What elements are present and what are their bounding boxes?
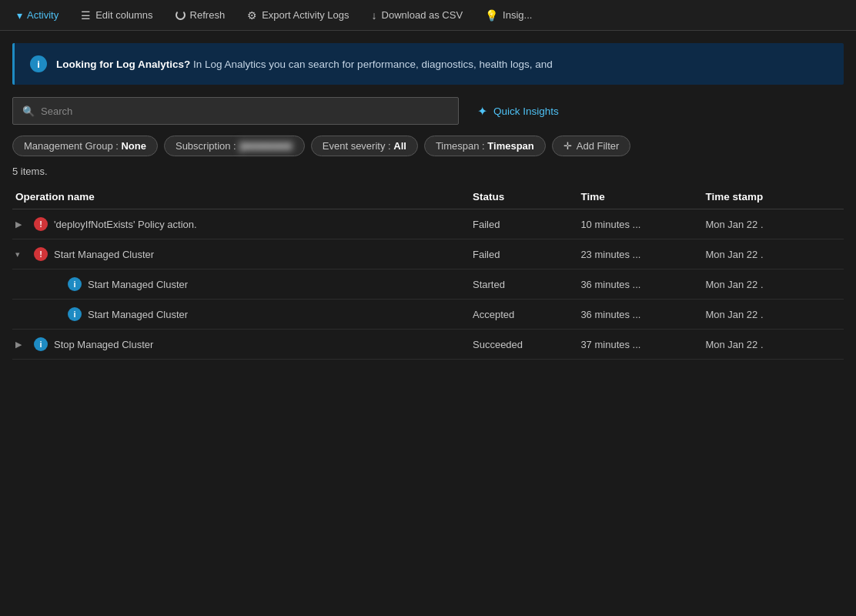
status-cell: Failed [470, 239, 577, 270]
items-count: 5 items. [12, 166, 844, 177]
timestamp-cell: Mon Jan 22 . [702, 300, 844, 330]
log-analytics-banner[interactable]: i Looking for Log Analytics? In Log Anal… [12, 43, 844, 85]
filter-row: Management Group : None Subscription : j… [12, 136, 844, 156]
status-cell: Accepted [470, 300, 577, 330]
filter-event-severity[interactable]: Event severity : All [311, 136, 418, 156]
main-content: 🔍 ✦ Quick Insights Management Group : No… [0, 85, 856, 372]
columns-icon: ☰ [81, 9, 91, 22]
time-cell: 10 minutes ... [577, 209, 702, 239]
row-status-icon: i [34, 337, 48, 351]
col-header-operation: Operation name [12, 185, 470, 209]
operation-cell: ▾ ! Start Managed Cluster [15, 247, 460, 261]
toolbar-item-export[interactable]: ⚙ Export Activity Logs [236, 0, 360, 30]
add-filter-button[interactable]: ✛ Add Filter [552, 136, 631, 156]
operation-cell: ▶ i Start Managed Cluster [15, 307, 460, 321]
table-row[interactable]: ▶ i Start Managed Cluster Accepted 36 mi… [12, 300, 844, 330]
info-icon: i [30, 55, 47, 72]
chevron-down-icon: ▾ [17, 9, 22, 22]
timestamp-cell: Mon Jan 22 . [702, 209, 844, 239]
expand-icon[interactable]: ▶ [15, 340, 28, 350]
toolbar-item-download[interactable]: ↓ Download as CSV [361, 0, 475, 30]
toolbar: ▾ Activity ☰ Edit columns Refresh ⚙ Expo… [0, 0, 856, 31]
expand-icon[interactable]: ▶ [15, 219, 28, 229]
refresh-icon [176, 10, 186, 20]
search-row: 🔍 ✦ Quick Insights [12, 97, 844, 125]
table-row[interactable]: ▶ ! 'deployIfNotExists' Policy action. F… [12, 209, 844, 239]
toolbar-item-refresh[interactable]: Refresh [165, 0, 237, 30]
search-icon: 🔍 [22, 105, 35, 117]
filter-management-group[interactable]: Management Group : None [12, 136, 158, 156]
table-row[interactable]: ▶ i Stop Managed Cluster Succeeded 37 mi… [12, 330, 844, 360]
time-cell: 36 minutes ... [577, 270, 702, 300]
quick-insights-button[interactable]: ✦ Quick Insights [471, 101, 565, 122]
table-header-row: Operation name Status Time Time stamp [12, 185, 844, 209]
status-cell: Failed [470, 209, 577, 239]
row-status-icon: i [68, 277, 82, 291]
toolbar-item-activity[interactable]: ▾ Activity [6, 0, 70, 30]
quick-insights-icon: ✦ [477, 104, 487, 119]
time-cell: 36 minutes ... [577, 300, 702, 330]
operation-name-text: Start Managed Cluster [88, 279, 188, 290]
col-header-time: Time [577, 185, 702, 209]
timestamp-cell: Mon Jan 22 . [702, 330, 844, 360]
activity-table: Operation name Status Time Time stamp ▶ … [12, 185, 844, 360]
col-header-timestamp: Time stamp [702, 185, 844, 209]
status-cell: Started [470, 270, 577, 300]
toolbar-item-edit-columns[interactable]: ☰ Edit columns [70, 0, 164, 30]
operation-cell: ▶ i Start Managed Cluster [15, 277, 460, 291]
time-cell: 23 minutes ... [577, 239, 702, 270]
time-cell: 37 minutes ... [577, 330, 702, 360]
timestamp-cell: Mon Jan 22 . [702, 239, 844, 270]
download-icon: ↓ [372, 9, 377, 22]
search-input[interactable] [41, 105, 449, 117]
search-box[interactable]: 🔍 [12, 97, 459, 125]
row-status-icon: i [68, 307, 82, 321]
operation-name-text: Start Managed Cluster [88, 309, 188, 320]
lightbulb-icon: 💡 [485, 9, 498, 22]
expand-icon[interactable]: ▾ [15, 249, 28, 259]
table-row[interactable]: ▾ ! Start Managed Cluster Failed 23 minu… [12, 239, 844, 270]
col-header-status: Status [470, 185, 577, 209]
operation-name-text: 'deployIfNotExists' Policy action. [54, 219, 197, 230]
operation-cell: ▶ i Stop Managed Cluster [15, 337, 460, 351]
table-row[interactable]: ▶ i Start Managed Cluster Started 36 min… [12, 270, 844, 300]
filter-subscription[interactable]: Subscription : j●●●●●●●● [164, 136, 305, 156]
toolbar-item-insights[interactable]: 💡 Insig... [474, 0, 543, 30]
operation-cell: ▶ ! 'deployIfNotExists' Policy action. [15, 217, 460, 231]
operation-name-text: Stop Managed Cluster [54, 339, 153, 350]
row-status-icon: ! [34, 217, 48, 231]
row-status-icon: ! [34, 247, 48, 261]
timestamp-cell: Mon Jan 22 . [702, 270, 844, 300]
gear-icon: ⚙ [247, 9, 257, 22]
status-cell: Succeeded [470, 330, 577, 360]
operation-name-text: Start Managed Cluster [54, 249, 154, 260]
filter-timespan[interactable]: Timespan : Timespan [424, 136, 546, 156]
add-filter-icon: ✛ [563, 140, 572, 152]
